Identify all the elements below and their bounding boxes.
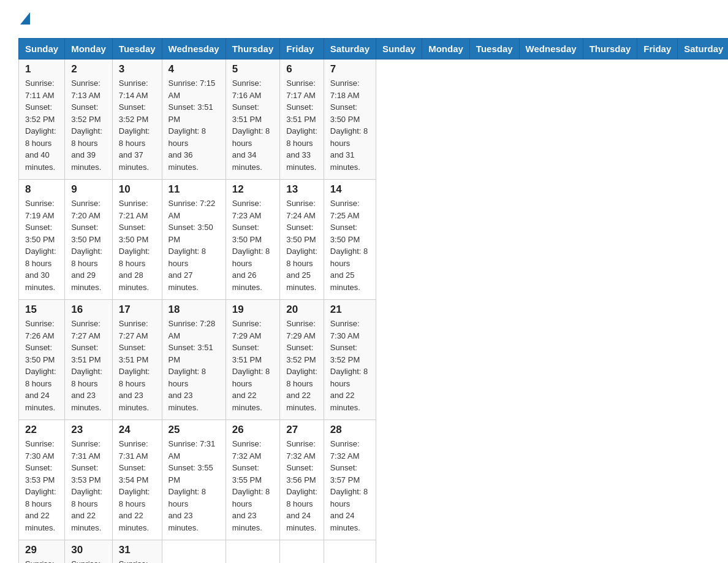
day-info: Sunrise: 7:32 AMSunset: 3:56 PMDaylight:… [286, 438, 317, 534]
calendar-week-row: 8Sunrise: 7:19 AMSunset: 3:50 PMDaylight… [19, 180, 729, 300]
header-friday: Friday [280, 39, 324, 59]
calendar-cell: 28Sunrise: 7:32 AMSunset: 3:57 PMDayligh… [324, 420, 376, 540]
weekday-header-tuesday: Tuesday [469, 39, 519, 59]
day-number: 12 [232, 183, 274, 196]
header-wednesday: Wednesday [162, 39, 226, 59]
day-number: 6 [286, 63, 317, 75]
day-info: Sunrise: 7:32 AMSunset: 3:58 PMDaylight:… [71, 558, 106, 563]
calendar-week-row: 29Sunrise: 7:32 AMSunset: 3:58 PMDayligh… [19, 540, 729, 564]
day-number: 2 [71, 63, 106, 75]
calendar-cell: 23Sunrise: 7:31 AMSunset: 3:53 PMDayligh… [65, 420, 113, 540]
weekday-header-wednesday: Wednesday [519, 39, 583, 59]
calendar-cell: 13Sunrise: 7:24 AMSunset: 3:50 PMDayligh… [280, 180, 324, 300]
day-info: Sunrise: 7:22 AMSunset: 3:50 PMDaylight:… [169, 197, 219, 293]
day-number: 26 [232, 424, 274, 436]
day-number: 16 [71, 304, 106, 316]
day-number: 23 [71, 424, 106, 436]
day-info: Sunrise: 7:31 AMSunset: 3:54 PMDaylight:… [119, 438, 156, 534]
day-number: 1 [25, 63, 58, 75]
day-info: Sunrise: 7:24 AMSunset: 3:50 PMDaylight:… [286, 197, 317, 293]
day-info: Sunrise: 7:25 AMSunset: 3:50 PMDaylight:… [330, 197, 370, 293]
day-number: 22 [25, 424, 58, 436]
day-info: Sunrise: 7:18 AMSunset: 3:50 PMDaylight:… [330, 77, 370, 173]
calendar-cell: 8Sunrise: 7:19 AMSunset: 3:50 PMDaylight… [19, 180, 65, 300]
calendar-cell: 30Sunrise: 7:32 AMSunset: 3:58 PMDayligh… [65, 540, 113, 564]
day-info: Sunrise: 7:15 AMSunset: 3:51 PMDaylight:… [169, 77, 219, 173]
calendar-cell: 6Sunrise: 7:17 AMSunset: 3:51 PMDaylight… [280, 59, 324, 180]
weekday-header-thursday: Thursday [583, 39, 637, 59]
day-number: 20 [286, 304, 317, 316]
calendar-cell: 7Sunrise: 7:18 AMSunset: 3:50 PMDaylight… [324, 59, 376, 180]
day-number: 5 [232, 63, 274, 75]
day-info: Sunrise: 7:32 AMSunset: 3:55 PMDaylight:… [232, 438, 274, 534]
logo [18, 12, 30, 26]
calendar-week-row: 1Sunrise: 7:11 AMSunset: 3:52 PMDaylight… [19, 59, 729, 180]
calendar-cell: 16Sunrise: 7:27 AMSunset: 3:51 PMDayligh… [65, 300, 113, 420]
day-info: Sunrise: 7:32 AMSunset: 3:57 PMDaylight:… [330, 438, 370, 534]
day-number: 13 [286, 183, 317, 196]
calendar-table: SundayMondayTuesdayWednesdayThursdayFrid… [18, 38, 728, 563]
calendar-cell: 11Sunrise: 7:22 AMSunset: 3:50 PMDayligh… [162, 180, 226, 300]
day-number: 15 [25, 304, 58, 316]
calendar-cell: 3Sunrise: 7:14 AMSunset: 3:52 PMDaylight… [112, 59, 162, 180]
day-number: 14 [330, 183, 370, 196]
header-sunday: Sunday [19, 39, 65, 59]
calendar-cell [226, 540, 280, 564]
day-number: 21 [330, 304, 370, 316]
calendar-cell: 5Sunrise: 7:16 AMSunset: 3:51 PMDaylight… [226, 59, 280, 180]
day-info: Sunrise: 7:31 AMSunset: 3:53 PMDaylight:… [71, 438, 106, 534]
calendar-cell: 4Sunrise: 7:15 AMSunset: 3:51 PMDaylight… [162, 59, 226, 180]
calendar-week-row: 22Sunrise: 7:30 AMSunset: 3:53 PMDayligh… [19, 420, 729, 540]
day-info: Sunrise: 7:17 AMSunset: 3:51 PMDaylight:… [286, 77, 317, 173]
day-number: 9 [71, 183, 106, 196]
day-info: Sunrise: 7:13 AMSunset: 3:52 PMDaylight:… [71, 77, 106, 173]
day-number: 10 [119, 183, 156, 196]
day-info: Sunrise: 7:29 AMSunset: 3:52 PMDaylight:… [286, 318, 317, 413]
calendar-cell: 14Sunrise: 7:25 AMSunset: 3:50 PMDayligh… [324, 180, 376, 300]
day-info: Sunrise: 7:27 AMSunset: 3:51 PMDaylight:… [119, 318, 156, 413]
calendar-cell: 17Sunrise: 7:27 AMSunset: 3:51 PMDayligh… [112, 300, 162, 420]
day-number: 28 [330, 424, 370, 436]
day-info: Sunrise: 7:21 AMSunset: 3:50 PMDaylight:… [119, 197, 156, 293]
calendar-cell: 22Sunrise: 7:30 AMSunset: 3:53 PMDayligh… [19, 420, 65, 540]
calendar-cell: 20Sunrise: 7:29 AMSunset: 3:52 PMDayligh… [280, 300, 324, 420]
day-info: Sunrise: 7:30 AMSunset: 3:53 PMDaylight:… [25, 438, 58, 534]
calendar-header-row: SundayMondayTuesdayWednesdayThursdayFrid… [19, 39, 729, 59]
day-info: Sunrise: 7:20 AMSunset: 3:50 PMDaylight:… [71, 197, 106, 293]
day-number: 25 [169, 424, 219, 436]
calendar-cell: 12Sunrise: 7:23 AMSunset: 3:50 PMDayligh… [226, 180, 280, 300]
day-info: Sunrise: 7:23 AMSunset: 3:50 PMDaylight:… [232, 197, 274, 293]
header-monday: Monday [65, 39, 113, 59]
calendar-week-row: 15Sunrise: 7:26 AMSunset: 3:50 PMDayligh… [19, 300, 729, 420]
calendar-cell: 9Sunrise: 7:20 AMSunset: 3:50 PMDaylight… [65, 180, 113, 300]
header-thursday: Thursday [226, 39, 280, 59]
day-info: Sunrise: 7:26 AMSunset: 3:50 PMDaylight:… [25, 318, 58, 413]
day-number: 19 [232, 304, 274, 316]
calendar-cell: 1Sunrise: 7:11 AMSunset: 3:52 PMDaylight… [19, 59, 65, 180]
header-saturday: Saturday [324, 39, 376, 59]
day-info: Sunrise: 7:31 AMSunset: 3:55 PMDaylight:… [169, 438, 219, 534]
weekday-header-friday: Friday [637, 39, 678, 59]
calendar-cell: 19Sunrise: 7:29 AMSunset: 3:51 PMDayligh… [226, 300, 280, 420]
day-number: 17 [119, 304, 156, 316]
calendar-cell [280, 540, 324, 564]
day-info: Sunrise: 7:28 AMSunset: 3:51 PMDaylight:… [169, 318, 219, 413]
page-header [18, 12, 710, 26]
calendar-cell: 24Sunrise: 7:31 AMSunset: 3:54 PMDayligh… [112, 420, 162, 540]
logo-arrow-icon [20, 12, 30, 25]
day-number: 11 [169, 183, 219, 196]
day-number: 31 [119, 544, 156, 556]
calendar-cell: 31Sunrise: 7:32 AMSunset: 3:59 PMDayligh… [112, 540, 162, 564]
day-info: Sunrise: 7:16 AMSunset: 3:51 PMDaylight:… [232, 77, 274, 173]
calendar-cell: 2Sunrise: 7:13 AMSunset: 3:52 PMDaylight… [65, 59, 113, 180]
day-info: Sunrise: 7:32 AMSunset: 3:58 PMDaylight:… [25, 558, 58, 563]
weekday-header-monday: Monday [422, 39, 470, 59]
day-number: 3 [119, 63, 156, 75]
calendar-cell: 25Sunrise: 7:31 AMSunset: 3:55 PMDayligh… [162, 420, 226, 540]
calendar-cell: 18Sunrise: 7:28 AMSunset: 3:51 PMDayligh… [162, 300, 226, 420]
calendar-cell: 15Sunrise: 7:26 AMSunset: 3:50 PMDayligh… [19, 300, 65, 420]
calendar-cell: 26Sunrise: 7:32 AMSunset: 3:55 PMDayligh… [226, 420, 280, 540]
day-info: Sunrise: 7:14 AMSunset: 3:52 PMDaylight:… [119, 77, 156, 173]
day-number: 7 [330, 63, 370, 75]
weekday-header-sunday: Sunday [376, 39, 422, 59]
